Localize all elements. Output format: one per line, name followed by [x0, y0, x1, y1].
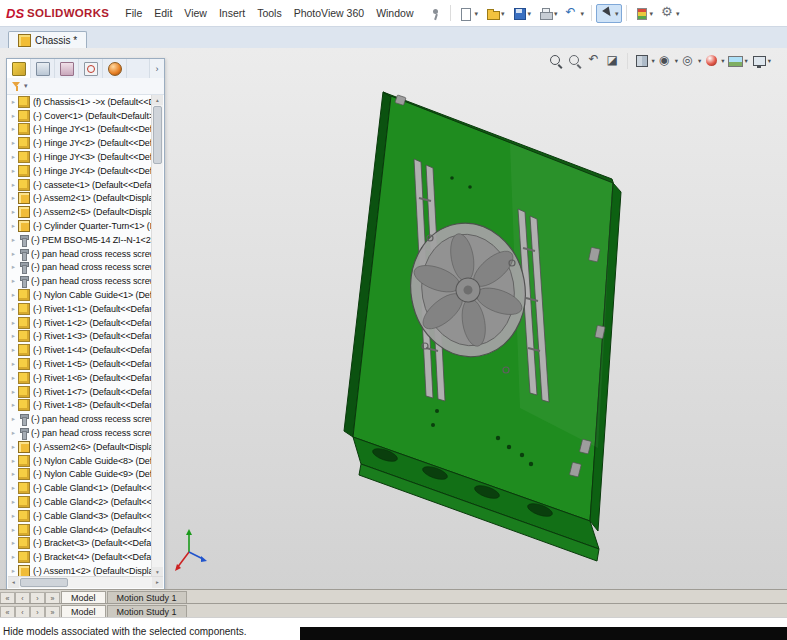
expand-arrow-icon[interactable]: ▸ — [9, 305, 18, 313]
tree-item[interactable]: ▸(-) Nylon Cable Guide<9> (Defau — [8, 468, 152, 482]
expand-arrow-icon[interactable]: ▸ — [9, 250, 18, 258]
expand-arrow-icon[interactable]: ▸ — [9, 181, 18, 189]
view-orientation-button[interactable]: ▾ — [634, 53, 654, 69]
menu-insert[interactable]: Insert — [213, 7, 251, 19]
tree-item[interactable]: ▸(-) Bracket<4> (Default<<Default — [8, 550, 152, 564]
tree-filter-row[interactable]: ▾ — [7, 78, 164, 95]
expand-arrow-icon[interactable]: ▸ — [9, 263, 18, 271]
tree-item[interactable]: ▸(-) Bracket<3> (Default<<Default — [8, 537, 152, 551]
tree-item[interactable]: ▸(-) Assem2<5> (Default<Display — [8, 205, 152, 219]
tree-item[interactable]: ▸(-) pan head cross recess screw_is — [8, 426, 152, 440]
expand-arrow-icon[interactable]: ▸ — [9, 112, 18, 120]
tree-item[interactable]: ▸(-) Assem2<6> (Default<Display — [8, 440, 152, 454]
propertymanager-tab[interactable] — [31, 59, 55, 78]
expand-arrow-icon[interactable]: ▸ — [9, 222, 18, 230]
expand-arrow-icon[interactable]: ▸ — [9, 208, 18, 216]
expand-arrow-icon[interactable]: ▸ — [9, 526, 18, 534]
tree-horizontal-scrollbar[interactable]: ◂ ▸ — [8, 576, 163, 588]
tree-item[interactable]: ▸(-) Nylon Cable Guide<1> (Defau — [8, 288, 152, 302]
expand-arrow-icon[interactable]: ▸ — [9, 194, 18, 202]
panel-flyout-button[interactable]: › — [149, 59, 164, 78]
tree-item[interactable]: ▸(-) Hinge JY<3> (Default<<Defa — [8, 150, 152, 164]
tree-item[interactable]: ▸(f) Chassis<1> ->x (Default<<De — [8, 95, 152, 109]
tree-item[interactable]: ▸(-) Rivet-1<7> (Default<<Default — [8, 385, 152, 399]
expand-arrow-icon[interactable]: ▸ — [9, 512, 18, 520]
menu-edit[interactable]: Edit — [148, 7, 178, 19]
section-view-button[interactable] — [605, 53, 621, 69]
tree-item[interactable]: ▸(-) cassete<1> (Default<<Default — [8, 178, 152, 192]
expand-arrow-icon[interactable]: ▸ — [9, 332, 18, 340]
rebuild-button[interactable]: ▾ — [631, 4, 657, 23]
expand-arrow-icon[interactable]: ▸ — [9, 153, 18, 161]
tree-item[interactable]: ▸(-) Rivet-1<4> (Default<<Default — [8, 343, 152, 357]
horizontal-scroll-thumb[interactable] — [20, 578, 68, 587]
expand-arrow-icon[interactable]: ▸ — [9, 401, 18, 409]
configurationmanager-tab[interactable] — [55, 59, 79, 78]
tree-item[interactable]: ▸(-) Nylon Cable Guide<8> (Defau — [8, 454, 152, 468]
expand-arrow-icon[interactable]: ▸ — [9, 457, 18, 465]
previous-view-button[interactable] — [586, 53, 602, 69]
view-settings-button[interactable]: ▾ — [751, 53, 771, 69]
menu-tools[interactable]: Tools — [251, 7, 288, 19]
save-button[interactable]: ▾ — [509, 4, 535, 23]
expand-arrow-icon[interactable]: ▸ — [9, 553, 18, 561]
pin-menu-button[interactable] — [425, 4, 446, 23]
tree-item[interactable]: ▸(-) pan head cross recess screw_is — [8, 274, 152, 288]
new-document-button[interactable]: ▾ — [455, 4, 481, 23]
tree-item[interactable]: ▸(-) Assem2<1> (Default<Display — [8, 192, 152, 206]
apply-scene-button[interactable]: ▾ — [727, 53, 747, 69]
expand-arrow-icon[interactable]: ▸ — [9, 539, 18, 547]
expand-arrow-icon[interactable]: ▸ — [9, 277, 18, 285]
select-arrow-button[interactable]: ▾ — [596, 4, 622, 23]
expand-arrow-icon[interactable]: ▸ — [9, 443, 18, 451]
displaymanager-tab[interactable] — [103, 59, 127, 78]
expand-arrow-icon[interactable]: ▸ — [9, 415, 18, 423]
edit-appearance-button[interactable]: ▾ — [704, 53, 724, 69]
hide-show-items-button[interactable]: ▾ — [681, 53, 701, 69]
vertical-scroll-thumb[interactable] — [153, 106, 162, 164]
tree-item[interactable]: ▸(-) Rivet-1<1> (Default<<Default — [8, 302, 152, 316]
expand-arrow-icon[interactable]: ▸ — [9, 319, 18, 327]
zoom-to-area-button[interactable] — [567, 53, 583, 69]
expand-arrow-icon[interactable]: ▸ — [9, 291, 18, 299]
tree-item[interactable]: ▸(-) Hinge JY<4> (Default<<Defa — [8, 164, 152, 178]
tree-item[interactable]: ▸(-) Cable Gland<4> (Default<<D — [8, 523, 152, 537]
menu-window[interactable]: Window — [370, 7, 419, 19]
tree-item[interactable]: ▸(-) Hinge JY<2> (Default<<Defa — [8, 136, 152, 150]
tree-item[interactable]: ▸(-) pan head cross recess screw_is — [8, 247, 152, 261]
menu-file[interactable]: File — [119, 7, 148, 19]
expand-arrow-icon[interactable]: ▸ — [9, 98, 18, 106]
expand-arrow-icon[interactable]: ▸ — [9, 125, 18, 133]
undo-button[interactable]: ▾ — [562, 4, 588, 23]
tree-item[interactable]: ▸(-) PEM BSO-M5-14 ZI--N-1<2> — [8, 233, 152, 247]
tree-item[interactable]: ▸(-) Rivet-1<5> (Default<<Default — [8, 357, 152, 371]
scroll-left-button[interactable]: ◂ — [8, 577, 19, 588]
tree-item[interactable]: ▸(-) pan head cross recess screw_is — [8, 261, 152, 275]
tree-item[interactable]: ▸(-) Cylinder Quarter-Turn<1> (De — [8, 219, 152, 233]
scroll-right-button[interactable]: ▸ — [152, 577, 163, 588]
options-gear-button[interactable]: ▾ — [657, 4, 683, 23]
open-document-button[interactable]: ▾ — [482, 4, 508, 23]
display-style-button[interactable]: ▾ — [658, 53, 678, 69]
tree-item[interactable]: ▸(-) Rivet-1<3> (Default<<Default — [8, 330, 152, 344]
expand-arrow-icon[interactable]: ▸ — [9, 470, 18, 478]
expand-arrow-icon[interactable]: ▸ — [9, 429, 18, 437]
document-tab-chassis[interactable]: Chassis * — [8, 31, 87, 49]
featuremanager-tab[interactable] — [7, 59, 31, 78]
expand-arrow-icon[interactable]: ▸ — [9, 346, 18, 354]
expand-arrow-icon[interactable]: ▸ — [9, 167, 18, 175]
tree-item[interactable]: ▸(-) Rivet-1<6> (Default<<Default — [8, 371, 152, 385]
menu-photoview-360[interactable]: PhotoView 360 — [288, 7, 370, 19]
zoom-to-fit-button[interactable] — [548, 53, 564, 69]
print-button[interactable]: ▾ — [535, 4, 561, 23]
tree-item[interactable]: ▸(-) Hinge JY<1> (Default<<Defa — [8, 123, 152, 137]
expand-arrow-icon[interactable]: ▸ — [9, 388, 18, 396]
tree-item[interactable]: ▸(-) Cable Gland<2> (Default<<D — [8, 495, 152, 509]
tree-item[interactable]: ▸(-) Rivet-1<2> (Default<<Default — [8, 316, 152, 330]
tree-item[interactable]: ▸(-) pan head cross recess screw_is — [8, 412, 152, 426]
tree-item[interactable]: ▸(-) Cable Gland<3> (Default<<D — [8, 509, 152, 523]
scroll-up-button[interactable]: ▴ — [152, 95, 163, 105]
expand-arrow-icon[interactable]: ▸ — [9, 236, 18, 244]
tree-item[interactable]: ▸(-) Cable Gland<1> (Default<<D — [8, 481, 152, 495]
expand-arrow-icon[interactable]: ▸ — [9, 567, 18, 575]
